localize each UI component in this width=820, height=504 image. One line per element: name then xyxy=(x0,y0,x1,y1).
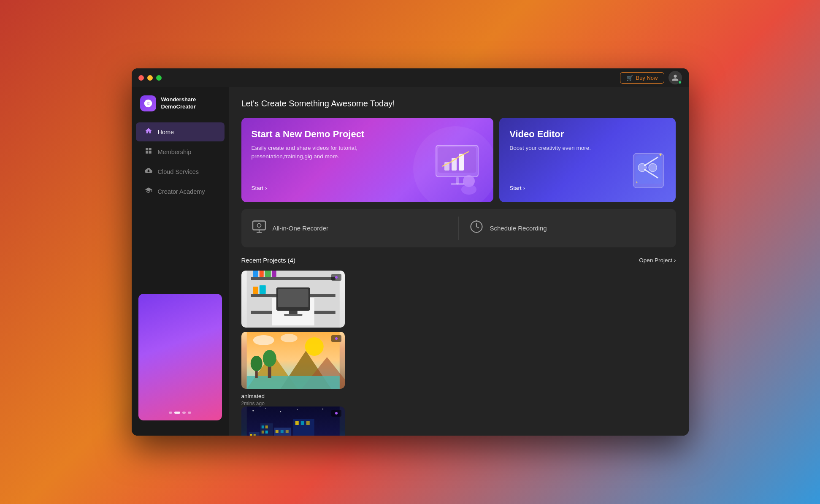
svg-rect-61 xyxy=(261,431,264,434)
banner-dot-3 xyxy=(182,412,186,414)
user-avatar[interactable] xyxy=(668,71,682,84)
working-badge xyxy=(331,274,341,281)
svg-rect-27 xyxy=(251,277,335,280)
svg-rect-31 xyxy=(259,271,263,277)
demo-start-label: Start xyxy=(252,185,264,191)
svg-rect-56 xyxy=(253,434,255,436)
logo-text: Wondershare DemoCreator xyxy=(161,96,196,111)
badge-dot xyxy=(335,337,338,340)
sidebar-item-creator-academy[interactable]: Creator Academy xyxy=(136,182,225,201)
maximize-button[interactable] xyxy=(156,75,162,81)
svg-rect-60 xyxy=(265,425,268,428)
buy-now-label: Buy Now xyxy=(636,75,658,81)
svg-rect-40 xyxy=(284,314,302,316)
sidebar-item-membership-label: Membership xyxy=(158,149,192,155)
open-project-link[interactable]: Open Project › xyxy=(639,257,676,263)
svg-rect-58 xyxy=(260,423,273,436)
sidebar-nav: Home Membership Cloud Services xyxy=(132,122,229,202)
svg-point-75 xyxy=(297,409,298,410)
svg-rect-17 xyxy=(253,221,265,230)
demo-card-description: Easily create and share videos for tutor… xyxy=(252,144,379,161)
user-icon xyxy=(671,74,679,81)
titlebar: 🛒 Buy Now xyxy=(132,68,689,87)
schedule-recording[interactable]: Schedule Recording xyxy=(459,217,666,240)
sidebar-item-home[interactable]: Home xyxy=(136,122,225,141)
svg-rect-62 xyxy=(265,431,268,434)
traffic-lights xyxy=(138,75,162,81)
animated-badge xyxy=(331,335,341,342)
svg-text:✦: ✦ xyxy=(636,180,639,184)
open-project-arrow: › xyxy=(674,257,676,263)
svg-rect-46 xyxy=(246,376,339,389)
home-icon xyxy=(144,127,153,137)
svg-rect-32 xyxy=(265,271,271,277)
svg-rect-8 xyxy=(451,183,464,185)
svg-rect-35 xyxy=(259,285,265,294)
page-title: Let's Create Something Awesome Today! xyxy=(241,99,676,108)
svg-rect-30 xyxy=(253,271,258,277)
banner-dots xyxy=(169,412,191,414)
titlebar-actions: 🛒 Buy Now xyxy=(620,71,682,84)
banner-dot-4 xyxy=(188,412,191,414)
svg-rect-55 xyxy=(250,434,252,436)
svg-point-76 xyxy=(322,409,323,410)
animated-thumbnail xyxy=(241,332,345,389)
svg-rect-34 xyxy=(253,287,258,294)
project-card-building[interactable]: building 3mins ago xyxy=(241,406,345,436)
sidebar-item-creator-academy-label: Creator Academy xyxy=(158,188,205,195)
schedule-recording-label: Schedule Recording xyxy=(490,225,547,232)
buy-now-button[interactable]: 🛒 Buy Now xyxy=(620,72,664,84)
online-indicator xyxy=(678,81,682,84)
project-thumb-building xyxy=(241,406,345,436)
close-button[interactable] xyxy=(138,75,144,81)
top-cards: Start a New Demo Project Easily create a… xyxy=(241,118,676,202)
svg-rect-69 xyxy=(300,421,304,425)
svg-rect-66 xyxy=(285,430,288,433)
monitor-icon xyxy=(252,219,267,237)
logo-icon xyxy=(143,99,153,108)
sidebar-item-cloud-services[interactable]: Cloud Services xyxy=(136,162,225,181)
demo-start-arrow: › xyxy=(265,185,267,191)
cart-icon: 🛒 xyxy=(626,75,633,81)
membership-icon xyxy=(144,147,153,157)
svg-point-72 xyxy=(252,410,254,412)
minimize-button[interactable] xyxy=(147,75,153,81)
svg-point-74 xyxy=(280,411,281,412)
svg-rect-65 xyxy=(280,430,283,433)
badge-dot xyxy=(335,412,338,415)
project-card-working[interactable]: working 4s ago xyxy=(241,271,345,436)
sidebar-item-cloud-services-label: Cloud Services xyxy=(158,168,199,175)
scissors-illustration: ✦ ✦ xyxy=(628,145,671,198)
projects-grid: working 4s ago xyxy=(241,271,676,436)
open-project-label: Open Project xyxy=(639,257,672,263)
svg-rect-1 xyxy=(438,147,476,173)
all-in-one-recorder[interactable]: All-in-One Recorder xyxy=(252,217,459,240)
badge-dot xyxy=(335,276,338,279)
project-card-animated[interactable]: animated 2mins ago xyxy=(241,332,345,406)
demo-card-title: Start a New Demo Project xyxy=(252,129,484,140)
recent-projects-title: Recent Projects (4) xyxy=(241,257,295,264)
svg-point-51 xyxy=(253,335,274,345)
sidebar-item-home-label: Home xyxy=(158,129,174,135)
svg-rect-70 xyxy=(306,421,309,425)
banner-dot-1 xyxy=(169,412,172,414)
svg-rect-68 xyxy=(295,421,298,425)
demo-project-card[interactable]: Start a New Demo Project Easily create a… xyxy=(241,118,494,202)
project-time-animated: 2mins ago xyxy=(241,401,345,406)
project-thumb-working: working 4s ago xyxy=(241,271,345,328)
svg-rect-39 xyxy=(289,311,297,314)
svg-point-50 xyxy=(263,350,276,367)
all-in-one-label: All-in-One Recorder xyxy=(273,225,329,232)
svg-point-52 xyxy=(280,334,297,342)
svg-rect-59 xyxy=(261,425,264,428)
svg-rect-64 xyxy=(275,430,278,433)
video-editor-card[interactable]: Video Editor Boost your creativity even … xyxy=(499,118,676,202)
sidebar-item-membership[interactable]: Membership xyxy=(136,142,225,161)
working-thumbnail xyxy=(241,271,345,328)
main-layout: Wondershare DemoCreator Home Membership xyxy=(132,87,689,436)
demo-illustration xyxy=(432,139,487,198)
building-thumbnail xyxy=(241,406,345,436)
recent-section-header: Recent Projects (4) Open Project › xyxy=(241,257,676,264)
banner-dot-2 xyxy=(174,412,180,414)
svg-point-12 xyxy=(649,163,657,171)
